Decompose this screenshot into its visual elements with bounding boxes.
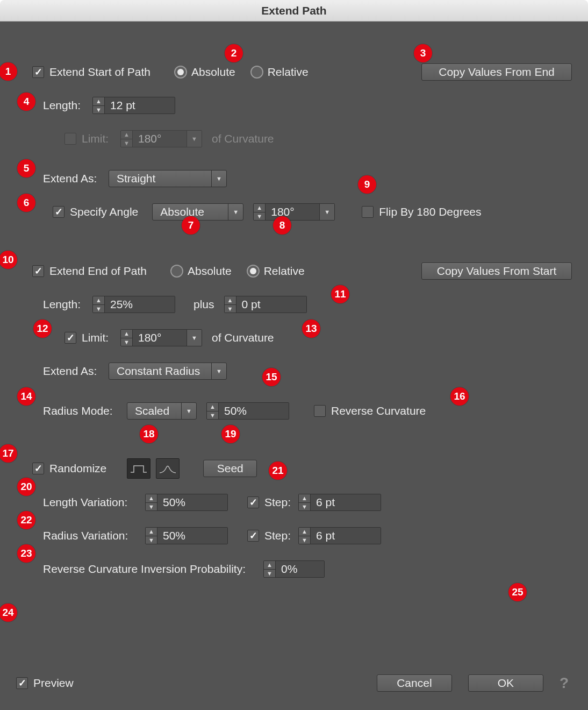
specify-angle-label: Specify Angle [70, 205, 138, 218]
annotation-24: 24 [0, 604, 17, 622]
radius-variation-label: Radius Variation: [43, 529, 145, 542]
end-extend-as-label: Extend As: [43, 365, 109, 378]
start-limit-checkbox [64, 133, 76, 145]
start-length-input[interactable] [105, 97, 175, 113]
radius-variation-input[interactable] [157, 528, 227, 544]
length-variation-spinner[interactable]: ▲▼ [145, 494, 228, 511]
dropdown-icon[interactable]: ▼ [187, 330, 202, 346]
up-arrow-icon[interactable]: ▲ [299, 494, 310, 503]
up-arrow-icon[interactable]: ▲ [264, 561, 275, 570]
annotation-14: 14 [17, 387, 35, 406]
length-step-spinner[interactable]: ▲▼ [298, 494, 381, 511]
annotation-3: 3 [414, 44, 432, 62]
radius-variation-spinner[interactable]: ▲▼ [145, 527, 228, 544]
radius-step-spinner[interactable]: ▲▼ [298, 527, 381, 544]
end-limit-checkbox[interactable] [64, 332, 76, 344]
end-extend-as-select[interactable]: Constant Radius ▼ [109, 363, 227, 380]
down-arrow-icon[interactable]: ▼ [93, 305, 104, 313]
end-length-spinner[interactable]: ▲▼ [92, 296, 175, 313]
annotation-23: 23 [17, 544, 35, 563]
copy-from-start-button[interactable]: Copy Values From Start [421, 262, 572, 280]
up-arrow-icon[interactable]: ▲ [254, 204, 265, 212]
seed-button[interactable]: Seed [203, 460, 257, 477]
end-mode-relative-label: Relative [264, 265, 305, 278]
extend-end-checkbox[interactable] [32, 265, 44, 277]
up-arrow-icon[interactable]: ▲ [146, 494, 157, 503]
annotation-10: 10 [0, 251, 17, 269]
annotation-21: 21 [269, 461, 287, 480]
end-length-input[interactable] [105, 296, 175, 313]
cancel-button[interactable]: Cancel [377, 674, 452, 692]
down-arrow-icon[interactable]: ▼ [93, 106, 104, 114]
up-arrow-icon[interactable]: ▲ [207, 403, 218, 411]
window-title: Extend Path [0, 0, 588, 22]
angle-mode-value: Absolute [153, 205, 212, 218]
radius-mode-select[interactable]: Scaled ▼ [127, 402, 197, 420]
copy-from-end-button[interactable]: Copy Values From End [421, 63, 572, 81]
distribution-uniform-button[interactable] [127, 458, 150, 479]
end-limit-input[interactable] [133, 330, 187, 346]
start-extend-as-select[interactable]: Straight ▼ [109, 170, 227, 187]
distribution-gaussian-button[interactable] [156, 458, 180, 479]
end-mode-relative-radio[interactable] [247, 265, 260, 278]
chevron-down-icon: ▼ [181, 403, 196, 419]
start-mode-absolute-radio[interactable] [174, 66, 187, 79]
radius-mode-value: Scaled [127, 404, 177, 417]
length-step-input[interactable] [311, 494, 381, 510]
length-step-label: Step: [264, 496, 291, 509]
up-arrow-icon[interactable]: ▲ [121, 330, 132, 338]
angle-input[interactable] [266, 204, 319, 220]
angle-spinner[interactable]: ▲▼ ▼ [253, 203, 335, 221]
length-step-checkbox[interactable] [247, 496, 259, 508]
ok-button[interactable]: OK [468, 674, 543, 692]
up-arrow-icon[interactable]: ▲ [93, 296, 104, 305]
length-variation-input[interactable] [157, 494, 227, 510]
end-extend-as-value: Constant Radius [109, 365, 207, 378]
up-arrow-icon[interactable]: ▲ [146, 528, 157, 536]
preview-checkbox[interactable] [16, 677, 28, 689]
radius-step-label: Step: [264, 529, 291, 542]
end-mode-absolute-radio[interactable] [170, 265, 183, 278]
specify-angle-checkbox[interactable] [53, 206, 64, 218]
up-arrow-icon[interactable]: ▲ [93, 97, 104, 106]
end-limit-spinner[interactable]: ▲▼ ▼ [120, 329, 202, 346]
start-limit-input [133, 131, 187, 147]
down-arrow-icon[interactable]: ▼ [207, 411, 218, 420]
extend-start-checkbox[interactable] [32, 66, 44, 78]
help-icon[interactable]: ? [556, 674, 572, 692]
down-arrow-icon[interactable]: ▼ [254, 212, 265, 221]
flip-180-checkbox[interactable] [362, 206, 374, 218]
radius-step-checkbox[interactable] [247, 530, 259, 542]
down-arrow-icon[interactable]: ▼ [264, 570, 275, 578]
radius-scale-input[interactable] [219, 403, 289, 419]
end-plus-spinner[interactable]: ▲▼ [224, 296, 307, 313]
preview-label: Preview [33, 677, 74, 690]
start-length-spinner[interactable]: ▲▼ [92, 97, 175, 114]
reverse-curvature-checkbox[interactable] [314, 405, 326, 417]
chevron-down-icon: ▼ [228, 204, 243, 220]
annotation-2: 2 [225, 44, 243, 62]
chevron-down-icon: ▼ [211, 171, 226, 187]
dropdown-icon[interactable]: ▼ [319, 204, 334, 220]
angle-mode-select[interactable]: Absolute ▼ [152, 203, 243, 221]
dialog-panel: 1 2 3 4 5 6 7 8 9 10 11 12 13 14 15 16 1… [0, 22, 588, 710]
down-arrow-icon[interactable]: ▼ [299, 503, 310, 511]
down-arrow-icon[interactable]: ▼ [146, 536, 157, 544]
end-mode-absolute-label: Absolute [188, 265, 232, 278]
inversion-prob-spinner[interactable]: ▲▼ [263, 560, 325, 578]
reverse-curvature-label: Reverse Curvature [331, 404, 426, 417]
randomize-checkbox[interactable] [32, 463, 44, 474]
end-plus-input[interactable] [236, 296, 306, 313]
radius-scale-spinner[interactable]: ▲▼ [206, 402, 289, 420]
up-arrow-icon[interactable]: ▲ [225, 296, 236, 305]
down-arrow-icon[interactable]: ▼ [121, 338, 132, 346]
down-arrow-icon[interactable]: ▼ [146, 503, 157, 511]
extend-end-label: Extend End of Path [49, 265, 147, 278]
radius-step-input[interactable] [311, 528, 381, 544]
inversion-prob-input[interactable] [276, 561, 324, 577]
down-arrow-icon[interactable]: ▼ [299, 536, 310, 544]
up-arrow-icon[interactable]: ▲ [299, 528, 310, 536]
extend-start-label: Extend Start of Path [49, 66, 150, 79]
start-mode-relative-radio[interactable] [250, 66, 263, 79]
down-arrow-icon[interactable]: ▼ [225, 305, 236, 313]
